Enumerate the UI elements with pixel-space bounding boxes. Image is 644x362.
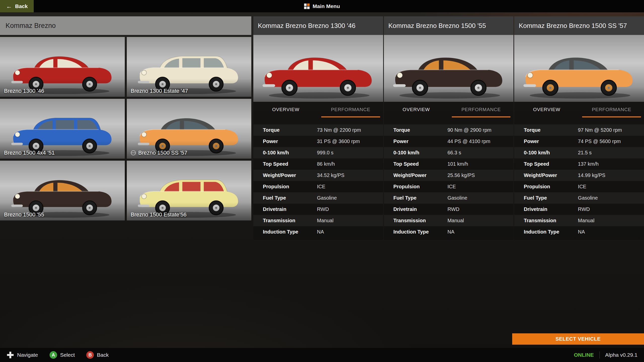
spec-value: 999.0 s — [317, 150, 334, 156]
vehicle-tile-caption: Brezno 1500 Estate'56 — [131, 211, 187, 218]
spec-row: Propulsion ICE — [253, 181, 383, 192]
vehicle-tile[interactable]: Brezno 1500 '55 — [0, 161, 125, 220]
spec-row: Induction Type NA — [253, 226, 383, 238]
vehicle-tile-label: Brezno 1500 SS '57 — [138, 150, 187, 156]
hint-select: A Select — [50, 351, 75, 359]
vehicle-tile-label: Brezno 1500 '55 — [4, 211, 44, 218]
tab-overview[interactable]: OVERVIEW — [514, 102, 579, 117]
tab-performance[interactable]: PERFORMANCE — [449, 102, 514, 117]
gamepad-b-icon: B — [86, 351, 94, 359]
spec-value: Manual — [448, 218, 464, 223]
hint-navigate: Navigate — [7, 351, 38, 359]
vehicle-tile-caption: Brezno 1300 '46 — [4, 88, 44, 94]
spec-table: Torque 97 Nm @ 5200 rpm Power 74 PS @ 56… — [514, 117, 644, 240]
spec-value: RWD — [578, 206, 590, 212]
spec-value: 90 Nm @ 2900 rpm — [448, 127, 492, 133]
spec-label: Propulsion — [524, 184, 578, 190]
back-arrow-icon: ← — [6, 3, 12, 9]
compare-column-title: Kommaz Brezno Brezno 1500 '55 — [384, 16, 514, 35]
back-button[interactable]: ← Back — [0, 0, 34, 12]
dpad-icon — [7, 351, 14, 359]
vehicle-tile[interactable]: Brezno 1300 Estate '47 — [127, 37, 252, 97]
spec-row: Top Speed 137 km/h — [514, 158, 644, 170]
spec-row: Weight/Power 34.52 kg/PS — [253, 170, 383, 181]
hint-back: B Back — [86, 351, 109, 359]
spec-value: 101 km/h — [448, 161, 468, 167]
spec-table: Torque 90 Nm @ 2900 rpm Power 44 PS @ 41… — [384, 117, 514, 240]
compare-vehicle-image — [253, 35, 383, 102]
main-menu-icon — [304, 4, 310, 9]
spec-label: Drivetrain — [263, 206, 317, 212]
spec-label: Weight/Power — [263, 172, 317, 178]
spec-label: Top Speed — [393, 161, 448, 167]
vehicle-tile-caption: Brezno 1300 Estate '47 — [131, 88, 188, 94]
spec-row: Top Speed 86 km/h — [253, 158, 383, 170]
tab-overview-label: OVERVIEW — [403, 107, 430, 112]
spec-value: 14.99 kg/PS — [578, 172, 605, 178]
tab-overview[interactable]: OVERVIEW — [253, 102, 318, 117]
spec-value: ICE — [448, 184, 456, 190]
vehicle-tile[interactable]: Brezno 1500 Estate'56 — [127, 161, 252, 220]
active-tab-underline — [321, 116, 380, 117]
back-button-label: Back — [15, 3, 28, 9]
tab-performance-label: PERFORMANCE — [461, 107, 501, 112]
spec-row: Power 44 PS @ 4100 rpm — [384, 136, 514, 147]
bottom-bar: Navigate A Select B Back ONLINE Alpha v0… — [0, 348, 644, 362]
spec-label: Torque — [524, 127, 578, 133]
select-vehicle-button[interactable]: SELECT VEHICLE — [512, 333, 644, 345]
spec-row: Weight/Power 25.56 kg/PS — [384, 170, 514, 181]
hint-select-label: Select — [60, 352, 75, 358]
spec-value: 97 Nm @ 5200 rpm — [578, 127, 622, 133]
spec-row: Induction Type NA — [514, 226, 644, 238]
spec-value: 86 km/h — [317, 161, 335, 167]
spec-value: Manual — [317, 218, 334, 223]
spec-row: Transmission Manual — [514, 215, 644, 226]
spec-row: Drivetrain RWD — [253, 204, 383, 215]
spec-value: 44 PS @ 4100 rpm — [448, 139, 490, 144]
spec-value: 66.3 s — [448, 150, 461, 156]
spec-row: Torque 97 Nm @ 5200 rpm — [514, 124, 644, 136]
spec-label: Weight/Power — [393, 172, 448, 178]
vehicle-tile[interactable]: Brezno 1300 '46 — [0, 37, 125, 97]
tab-overview[interactable]: OVERVIEW — [384, 102, 449, 117]
spec-label: Transmission — [524, 218, 578, 223]
spec-label: 0-100 km/h — [524, 150, 578, 156]
vehicle-tile[interactable]: Brezno 1500 SS '57 — [127, 99, 252, 159]
tab-performance[interactable]: PERFORMANCE — [579, 102, 644, 117]
spec-value: 74 PS @ 5600 rpm — [578, 139, 621, 144]
online-status: ONLINE — [574, 352, 594, 358]
spec-row: 0-100 km/h 21.5 s — [514, 147, 644, 158]
version-label: Alpha v0.29.1 — [605, 352, 637, 358]
spec-label: Power — [263, 139, 317, 144]
vehicle-tile-caption: Brezno 1500 4x4 '51 — [4, 150, 55, 156]
tab-overview-label: OVERVIEW — [272, 107, 299, 112]
status-area: ONLINE Alpha v0.29.1 — [574, 351, 637, 358]
spec-value: NA — [448, 229, 455, 235]
active-tab-underline — [452, 116, 511, 117]
main-menu-label: Main Menu — [313, 3, 340, 9]
spec-row: Power 31 PS @ 3600 rpm — [253, 136, 383, 147]
spec-row: Transmission Manual — [253, 215, 383, 226]
spec-label: 0-100 km/h — [393, 150, 448, 156]
spec-value: Gasoline — [448, 195, 467, 201]
spec-value: 73 Nm @ 2200 rpm — [317, 127, 361, 133]
spec-value: NA — [317, 229, 324, 235]
tab-bar: OVERVIEW PERFORMANCE — [253, 102, 383, 117]
spec-label: Drivetrain — [524, 206, 578, 212]
vehicle-tile-label: Brezno 1300 Estate '47 — [131, 88, 188, 94]
compare-column-body: OVERVIEW PERFORMANCE Torque 97 Nm @ 5200… — [514, 102, 644, 240]
vehicle-tile-label: Brezno 1500 Estate'56 — [131, 211, 187, 218]
tab-bar: OVERVIEW PERFORMANCE — [384, 102, 514, 117]
garage-panel: Kommaz Brezno Brezno 1300 '46 — [0, 16, 251, 220]
vehicle-tile[interactable]: Brezno 1500 4x4 '51 — [0, 99, 125, 159]
tab-performance[interactable]: PERFORMANCE — [318, 102, 383, 117]
spec-label: Fuel Type — [263, 195, 317, 201]
mod-badge-icon — [131, 150, 136, 155]
active-tab-underline — [582, 116, 641, 117]
spec-value: RWD — [448, 206, 459, 212]
spec-label: Top Speed — [263, 161, 317, 167]
main-menu-button[interactable]: Main Menu — [304, 3, 340, 9]
spec-row: Induction Type NA — [384, 226, 514, 238]
spec-value: 137 km/h — [578, 161, 598, 167]
tab-overview-label: OVERVIEW — [533, 107, 560, 112]
